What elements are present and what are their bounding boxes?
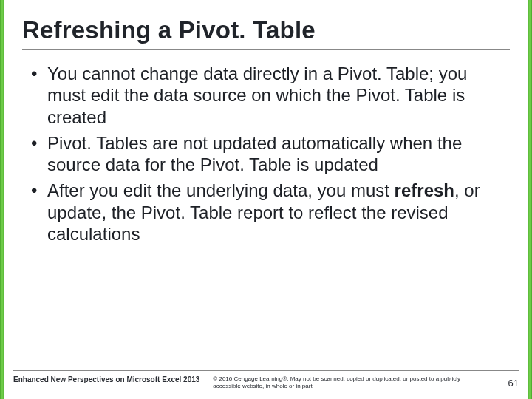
slide-right-border [528, 0, 532, 399]
bullet-text: Pivot. Tables are not updated automatica… [47, 133, 462, 174]
footer-copyright: © 2016 Cengage Learning®. May not be sca… [213, 375, 487, 390]
bullet-item: You cannot change data directly in a Piv… [25, 63, 507, 128]
footer-page-number: 61 [501, 378, 519, 389]
bullet-item: Pivot. Tables are not updated automatica… [25, 132, 507, 176]
bullet-text: After you edit the underlying data, you … [47, 180, 395, 200]
bullet-text: You cannot change data directly in a Piv… [47, 64, 467, 127]
slide-footer: Enhanced New Perspectives on Microsoft E… [13, 370, 519, 390]
footer-book-title: Enhanced New Perspectives on Microsoft E… [13, 375, 200, 383]
bullet-item: After you edit the underlying data, you … [25, 180, 507, 245]
slide-title: Refreshing a Pivot. Table [22, 16, 510, 50]
bullet-list: You cannot change data directly in a Piv… [25, 63, 507, 245]
slide-container: Refreshing a Pivot. Table You cannot cha… [4, 0, 528, 399]
slide-body: You cannot change data directly in a Piv… [22, 50, 510, 399]
bullet-strong: refresh [395, 180, 454, 200]
